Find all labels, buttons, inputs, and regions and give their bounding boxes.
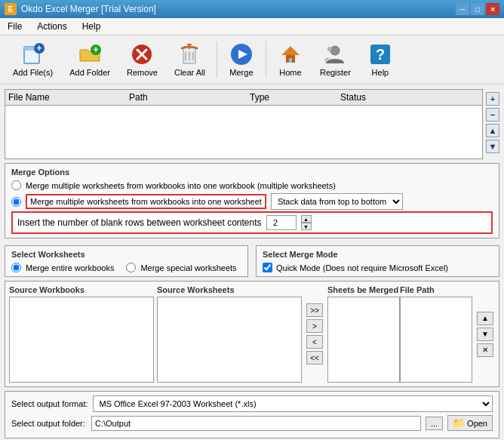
entire-workbooks-radio[interactable] <box>11 263 21 272</box>
blank-rows-spinner: ▲ ▼ <box>301 215 312 230</box>
sheets-merged-list: Sheets be Merged <box>327 285 400 383</box>
source-workbooks-label: Source Workbooks <box>9 285 154 294</box>
col-status: Status <box>340 92 479 103</box>
browse-button[interactable]: ... <box>426 417 443 430</box>
add-folder-icon: + <box>78 42 102 66</box>
move-up-button[interactable]: ▲ <box>486 124 499 137</box>
output-folder-input[interactable] <box>91 416 421 431</box>
workbooks-inner: Source Workbooks Source Worksheets >> > … <box>9 285 495 383</box>
home-button[interactable]: Home <box>271 38 310 81</box>
open-button[interactable]: 📁 Open <box>447 415 493 431</box>
register-icon <box>323 42 347 66</box>
file-path-box[interactable] <box>400 297 472 383</box>
output-format-select[interactable]: MS Office Excel 97-2003 Worksheet (*.xls… <box>93 395 493 412</box>
svg-text:?: ? <box>376 46 385 63</box>
register-button[interactable]: Register <box>313 38 358 81</box>
svg-rect-18 <box>289 58 292 63</box>
add-folder-button[interactable]: + Add Folder <box>63 38 117 81</box>
add-folder-label: Add Folder <box>69 68 110 77</box>
help-button[interactable]: ? Help <box>361 38 400 81</box>
svg-text:+: + <box>94 45 99 55</box>
maximize-button[interactable]: □ <box>471 3 484 15</box>
menu-file[interactable]: File <box>3 20 26 33</box>
title-bar-left: E Okdo Excel Merger [Trial Version] <box>5 3 156 15</box>
merge-icon <box>229 42 254 66</box>
quick-mode-label: Quick Mode (Does not require Microsoft E… <box>276 263 448 272</box>
menu-actions[interactable]: Actions <box>32 20 71 33</box>
merge-option2-row: Merge multiple worksheets from workbooks… <box>11 193 493 210</box>
merged-section: Sheets be Merged File Path <box>327 285 472 383</box>
arrow-right-button[interactable]: > <box>306 319 323 333</box>
select-worksheets-title: Select Worksheets <box>11 250 241 259</box>
table-right-buttons: + − ▲ ▼ <box>486 89 499 159</box>
add-files-icon: + <box>21 42 45 66</box>
output-section: Select output format: MS Office Excel 97… <box>5 391 499 438</box>
help-label: Help <box>372 68 389 77</box>
help-icon: ? <box>368 42 392 66</box>
toolbar-sep1 <box>217 42 217 78</box>
add-row-button[interactable]: + <box>486 92 499 106</box>
col-path: Path <box>129 92 250 103</box>
select-merge-mode-title: Select Merge Mode <box>263 250 493 259</box>
merge-label: Merge <box>229 68 253 77</box>
menu-help[interactable]: Help <box>78 20 106 33</box>
add-files-button[interactable]: + Add File(s) <box>6 38 60 81</box>
spinner-down[interactable]: ▼ <box>301 223 312 230</box>
move-down-merged-button[interactable]: ▼ <box>477 328 493 341</box>
quick-mode-row: Quick Mode (Does not require Microsoft E… <box>263 263 493 272</box>
select-merge-mode-section: Select Merge Mode Quick Mode (Does not r… <box>256 245 499 277</box>
entire-workbooks-label: Merge entire workbooks <box>26 263 114 272</box>
clear-all-label: Clear All <box>174 68 205 77</box>
window-title: Okdo Excel Merger [Trial Version] <box>21 4 156 14</box>
merge-options-title: Merge Options <box>11 168 493 177</box>
clear-all-icon <box>177 42 201 66</box>
svg-marker-16 <box>281 46 300 55</box>
sheets-merged-box[interactable] <box>327 297 400 383</box>
toolbar-sep2 <box>266 42 266 78</box>
file-table-header: File Name Path Type Status <box>5 90 482 106</box>
title-bar-controls: ─ □ ✕ <box>456 3 499 15</box>
toolbar: + Add File(s) + Add Folder Remove <box>0 35 504 85</box>
special-worksheets-row: Merge special worksheets <box>126 263 236 272</box>
arrow-left-all-button[interactable]: << <box>306 351 323 365</box>
spinner-up[interactable]: ▲ <box>301 215 312 223</box>
output-format-label: Select output format: <box>11 399 88 408</box>
blank-rows-input[interactable] <box>266 215 297 230</box>
minimize-button[interactable]: ─ <box>456 3 469 15</box>
merge-options-section: Merge Options Merge multiple worksheets … <box>5 163 499 238</box>
two-columns-section: Select Worksheets Merge entire workbooks… <box>5 245 499 277</box>
merge-option2-radio[interactable] <box>11 197 21 207</box>
add-files-label: Add File(s) <box>13 68 53 77</box>
home-label: Home <box>279 68 301 77</box>
move-down-button[interactable]: ▼ <box>486 140 499 153</box>
special-worksheets-radio[interactable] <box>126 263 136 272</box>
arrow-left-button[interactable]: < <box>306 335 323 349</box>
source-workbooks-box[interactable] <box>9 297 154 383</box>
entire-workbooks-row: Merge entire workbooks <box>11 263 114 272</box>
clear-all-button[interactable]: Clear All <box>167 38 212 81</box>
remove-row-button[interactable]: − <box>486 108 499 122</box>
merge-option1-radio[interactable] <box>11 180 21 190</box>
source-worksheets-box[interactable] <box>157 297 302 383</box>
source-worksheets-label: Source Worksheets <box>157 285 302 294</box>
merge-button[interactable]: Merge <box>222 38 261 81</box>
arrow-right-all-button[interactable]: >> <box>306 303 323 317</box>
merge-option2-label: Merge multiple worksheets from workbooks… <box>26 194 266 209</box>
merge-option1-label: Merge multiple worksheets from workbooks… <box>26 181 336 190</box>
open-label: Open <box>467 419 487 428</box>
output-folder-row: Select output folder: ... 📁 Open <box>11 415 493 431</box>
output-folder-label: Select output folder: <box>11 419 87 428</box>
move-up-merged-button[interactable]: ▲ <box>477 312 493 325</box>
close-button[interactable]: ✕ <box>486 3 499 15</box>
menu-bar: File Actions Help <box>0 18 504 35</box>
col-type: Type <box>250 92 340 103</box>
open-folder-icon: 📁 <box>453 417 465 429</box>
remove-button[interactable]: Remove <box>120 38 164 81</box>
title-bar: E Okdo Excel Merger [Trial Version] ─ □ … <box>0 0 504 18</box>
stack-select[interactable]: Stack data from top to bottom Stack data… <box>271 193 403 210</box>
remove-merged-button[interactable]: ✕ <box>477 343 493 357</box>
file-path-label: File Path <box>400 285 472 294</box>
quick-mode-checkbox[interactable] <box>263 263 272 272</box>
select-worksheets-section: Select Worksheets Merge entire workbooks… <box>5 245 248 277</box>
home-icon <box>278 42 303 66</box>
